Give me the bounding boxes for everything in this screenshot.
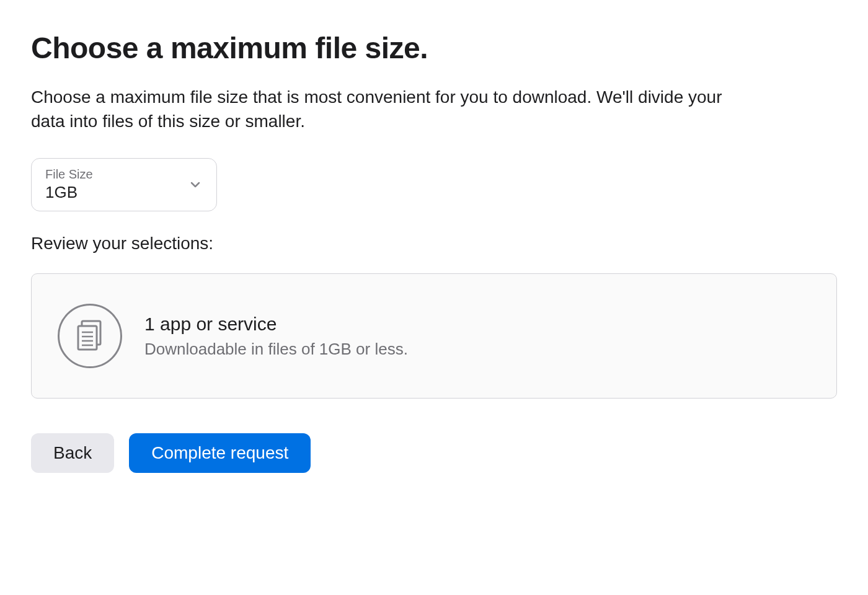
page-description: Choose a maximum file size that is most … — [31, 85, 744, 133]
complete-request-button[interactable]: Complete request — [129, 433, 311, 473]
documents-icon — [58, 304, 122, 368]
chevron-down-icon — [188, 177, 203, 192]
summary-card: 1 app or service Downloadable in files o… — [31, 273, 837, 399]
back-button[interactable]: Back — [31, 433, 114, 473]
summary-subtitle: Downloadable in files of 1GB or less. — [144, 340, 408, 359]
file-size-select[interactable]: File Size 1GB — [31, 158, 217, 211]
page-title: Choose a maximum file size. — [31, 31, 837, 65]
file-size-value: 1GB — [45, 183, 93, 202]
svg-rect-1 — [78, 326, 97, 350]
summary-title: 1 app or service — [144, 314, 408, 335]
file-size-label: File Size — [45, 167, 93, 182]
button-row: Back Complete request — [31, 433, 837, 473]
review-heading: Review your selections: — [31, 234, 837, 253]
